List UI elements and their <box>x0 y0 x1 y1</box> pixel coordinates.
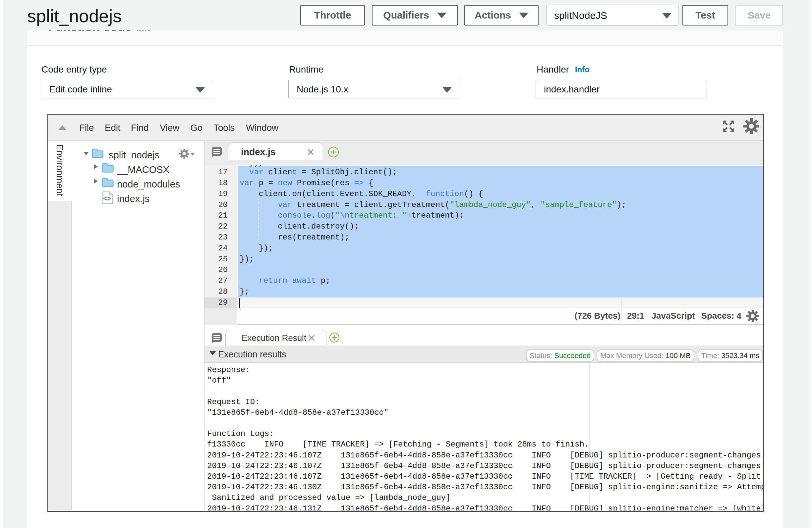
svg-text:<>: <> <box>103 194 111 202</box>
